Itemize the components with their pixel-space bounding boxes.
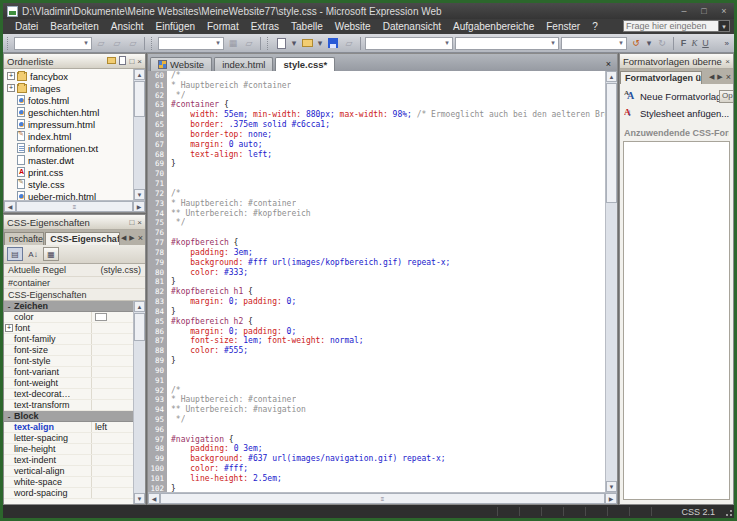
tree-item-style-css[interactable]: style.css (4, 178, 133, 190)
undo-button[interactable]: ↺ (629, 36, 643, 50)
expand-icon[interactable]: + (5, 324, 13, 332)
panel-close-icon[interactable]: × (725, 57, 730, 66)
new-style-link[interactable]: AA Neue Formatvorlage... (624, 91, 729, 102)
undo-dropdown-icon[interactable]: ▾ (645, 36, 653, 50)
property-row-font-size[interactable]: font-size (4, 345, 133, 356)
editor-hscrollbar[interactable]: ◀ ≡ ▶ (148, 492, 617, 504)
tag-combo[interactable]: ▾ (365, 37, 453, 50)
editor-tab-indexhtml[interactable]: index.html (214, 57, 273, 71)
size-combo[interactable]: ▾ (561, 37, 627, 50)
editor-close-icon[interactable]: × (606, 59, 615, 71)
menu-item-extras[interactable]: Extras (245, 21, 285, 32)
attach-stylesheet-link[interactable]: A↓ Stylesheet anfügen... (624, 108, 729, 119)
editor-tab-stylecss[interactable]: style.css* (275, 57, 335, 71)
menu-item-datei[interactable]: Datei (9, 21, 44, 32)
property-row-font-variant[interactable]: font-variant (4, 367, 133, 378)
new-document-dropdown-icon[interactable]: ▾ (290, 36, 298, 50)
toolbar-grip[interactable] (151, 37, 154, 50)
property-row-font-style[interactable]: font-style (4, 356, 133, 367)
tab-tag-properties[interactable]: nschaften (4, 232, 44, 245)
help-search-dropdown-icon[interactable]: ▾ (719, 20, 730, 32)
property-row-text-decorat-[interactable]: text-decorat… (4, 389, 133, 400)
style-combo[interactable]: ▾ (14, 37, 92, 50)
property-row-text-align[interactable]: text-alignleft (4, 422, 133, 433)
new-page-icon[interactable] (119, 56, 126, 67)
menu-item-fenster[interactable]: Fenster (540, 21, 586, 32)
folder-tree-vscrollbar[interactable]: ▲ ▼ (133, 69, 145, 200)
summary-view-button[interactable]: ▦ (43, 247, 59, 261)
tab-scroll-right-icon[interactable]: ▶ (717, 73, 722, 81)
scroll-thumb[interactable] (134, 313, 145, 341)
property-value[interactable] (92, 313, 133, 321)
menu-item-website[interactable]: Website (329, 21, 377, 32)
property-row-word-spacing[interactable]: word-spacing (4, 488, 133, 499)
scroll-right-icon[interactable]: ▶ (133, 201, 145, 212)
collapse-icon[interactable]: - (4, 412, 14, 421)
options-button-truncated[interactable]: Op (719, 90, 733, 103)
menu-item-ansicht[interactable]: Ansicht (105, 21, 150, 32)
doctype-indicator[interactable]: CSS 2.1 (673, 507, 723, 517)
tree-item-print-css[interactable]: print.css (4, 166, 133, 178)
menu-item-bearbeiten[interactable]: Bearbeiten (44, 21, 104, 32)
scroll-up-icon[interactable]: ▲ (606, 71, 617, 82)
categorized-view-button[interactable]: ▤ (7, 247, 23, 261)
property-group-zeichen[interactable]: -Zeichen (4, 301, 133, 312)
tree-item-fotos-html[interactable]: fotos.html (4, 94, 133, 106)
tab-scroll-right-icon[interactable]: ▶ (129, 234, 134, 242)
font-combo[interactable]: ▾ (158, 37, 224, 50)
new-folder-icon[interactable] (107, 57, 116, 66)
panel-maximize-icon[interactable]: □ (129, 57, 134, 66)
tree-item-master-dwt[interactable]: master.dwt (4, 154, 133, 166)
tab-close-icon[interactable]: × (726, 72, 731, 82)
property-row-letter-spacing[interactable]: letter-spacing (4, 433, 133, 444)
tree-item-images[interactable]: +images (4, 82, 133, 94)
scroll-thumb[interactable] (606, 83, 617, 203)
menu-item-format[interactable]: Format (201, 21, 245, 32)
open-dropdown-icon[interactable]: ▾ (316, 36, 324, 50)
scroll-thumb[interactable] (134, 81, 145, 117)
property-row-line-height[interactable]: line-height (4, 444, 133, 455)
css-properties-vscrollbar[interactable]: ▲ ▼ (133, 301, 145, 504)
maximize-button[interactable]: □ (698, 6, 710, 16)
tab-scroll-left-icon[interactable]: ◀ (121, 234, 126, 242)
tree-item-index-html[interactable]: index.html (4, 130, 133, 142)
code-editor[interactable]: 60/*61* Hauptbereich #container62 */63#c… (148, 71, 605, 492)
menu-item-einfgen[interactable]: Einfügen (150, 21, 201, 32)
toolbar-overflow-icon[interactable]: » (722, 39, 732, 48)
color-swatch[interactable] (95, 313, 107, 321)
scroll-thumb[interactable]: ≡ (160, 493, 605, 504)
scroll-down-icon[interactable]: ▼ (134, 189, 145, 200)
panel-close-icon[interactable]: × (137, 57, 142, 66)
scroll-right-icon[interactable]: ▶ (605, 493, 617, 504)
tab-close-icon[interactable]: × (138, 233, 143, 243)
tab-apply-styles[interactable]: Formatvorlagen überne (620, 71, 702, 84)
expand-icon[interactable]: + (7, 84, 15, 92)
tree-item-geschichten-html[interactable]: geschichten.html (4, 106, 133, 118)
collapse-icon[interactable]: - (4, 302, 14, 311)
property-row-vertical-align[interactable]: vertical-align (4, 466, 133, 477)
new-document-button[interactable] (274, 36, 288, 50)
menu-item-aufgabenbereiche[interactable]: Aufgabenbereiche (447, 21, 540, 32)
property-row-font-family[interactable]: font-family (4, 334, 133, 345)
editor-vscrollbar[interactable]: ▲ ▼ (605, 71, 617, 492)
toolbar-grip[interactable] (267, 37, 270, 50)
property-row-text-transform[interactable]: text-transform (4, 400, 133, 411)
tree-item-impressum-html[interactable]: impressum.html (4, 118, 133, 130)
alphabetical-sort-button[interactable]: A↓ (25, 247, 41, 261)
help-search-input[interactable] (623, 20, 719, 32)
menu-item-help[interactable]: ? (586, 21, 604, 32)
tree-item-ueber-mich-html[interactable]: ueber-mich.html (4, 190, 133, 200)
property-row-color[interactable]: color (4, 312, 133, 323)
expand-icon[interactable]: + (7, 72, 15, 80)
folder-tree-hscrollbar[interactable]: ◀ ≡ ▶ (4, 200, 145, 212)
toolbar-grip[interactable] (7, 37, 10, 50)
scroll-up-icon[interactable]: ▲ (134, 69, 145, 80)
editor-tab-Website[interactable]: Website (150, 57, 212, 71)
minimize-button[interactable]: – (678, 6, 690, 16)
menu-item-datenansicht[interactable]: Datenansicht (377, 21, 447, 32)
tab-scroll-left-icon[interactable]: ◀ (709, 73, 714, 81)
panel-maximize-icon[interactable]: □ (129, 218, 134, 227)
property-row-font[interactable]: +font (4, 323, 133, 334)
save-button[interactable] (326, 36, 340, 50)
property-value[interactable]: left (92, 422, 133, 432)
